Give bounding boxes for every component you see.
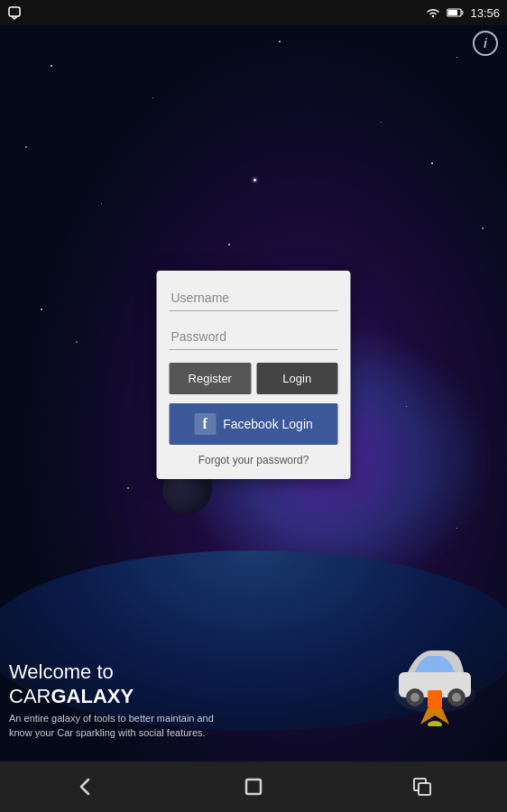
login-card: Register Login f Facebook Login Forgot y… xyxy=(157,271,351,479)
recent-apps-button[interactable] xyxy=(410,774,435,799)
navigation-bar xyxy=(0,761,507,812)
status-bar-right: 13:56 xyxy=(425,6,500,20)
car-rocket-image xyxy=(381,618,489,726)
svg-point-7 xyxy=(410,693,419,702)
password-input[interactable] xyxy=(170,324,338,350)
facebook-label: Facebook Login xyxy=(223,417,313,431)
welcome-title: Welcome to CARGALAXY xyxy=(9,660,226,708)
facebook-icon: f xyxy=(194,413,216,435)
register-button[interactable]: Register xyxy=(170,363,252,394)
back-button[interactable] xyxy=(72,774,97,799)
welcome-description: An entire galaxy of tools to better main… xyxy=(9,712,226,740)
svg-point-9 xyxy=(452,693,461,702)
username-input[interactable] xyxy=(170,285,338,311)
notification-icon xyxy=(7,5,22,20)
status-time: 13:56 xyxy=(470,6,500,20)
svg-rect-5 xyxy=(431,656,438,672)
facebook-login-button[interactable]: f Facebook Login xyxy=(170,403,338,445)
svg-rect-2 xyxy=(448,10,457,15)
auth-buttons: Register Login xyxy=(170,363,338,394)
login-button[interactable]: Login xyxy=(256,363,338,394)
welcome-section: Welcome to CARGALAXY An entire galaxy of… xyxy=(9,660,226,740)
svg-point-11 xyxy=(428,721,442,726)
status-bar: 13:56 xyxy=(0,0,507,25)
svg-rect-10 xyxy=(428,690,442,708)
home-button[interactable] xyxy=(241,774,266,799)
info-button[interactable]: i xyxy=(473,31,498,56)
forgot-password-link[interactable]: Forgot your password? xyxy=(170,454,338,466)
wifi-icon xyxy=(425,6,441,19)
battery-icon xyxy=(447,7,465,18)
svg-rect-14 xyxy=(419,783,430,795)
svg-rect-0 xyxy=(9,7,20,16)
svg-rect-12 xyxy=(246,780,261,794)
status-bar-left xyxy=(7,5,22,20)
